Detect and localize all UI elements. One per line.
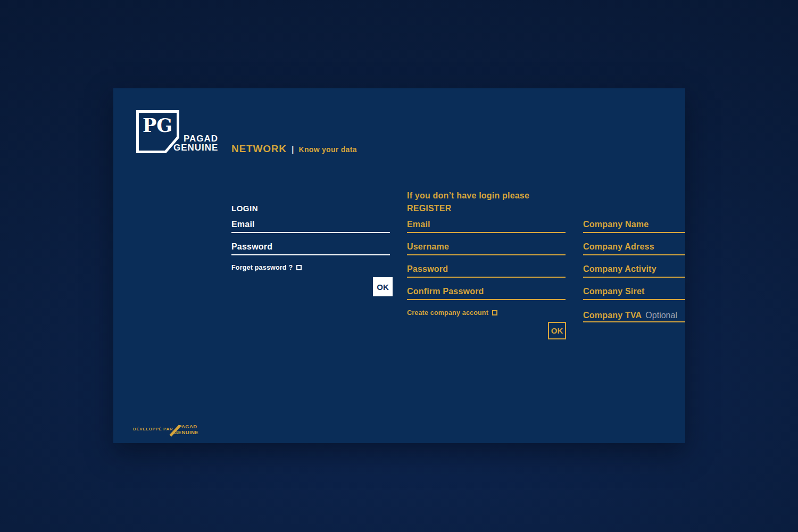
login-email-input[interactable] bbox=[231, 219, 390, 233]
register-email-field[interactable] bbox=[407, 219, 566, 233]
tagline: Know your data bbox=[299, 145, 357, 154]
login-password-input[interactable] bbox=[231, 242, 390, 255]
company-address-field[interactable] bbox=[583, 242, 685, 255]
forgot-password-row: Forget password ? bbox=[231, 264, 302, 271]
network-title: NETWORK bbox=[231, 143, 287, 155]
register-password-field[interactable] bbox=[407, 264, 566, 278]
register-username-field[interactable] bbox=[407, 242, 566, 255]
brand-logo: PG PAGAD GENUINE bbox=[136, 110, 243, 153]
login-heading: LOGIN bbox=[231, 204, 258, 213]
company-siret-field[interactable] bbox=[583, 286, 685, 300]
company-account-row: Create company account bbox=[407, 309, 497, 317]
company-siret-input[interactable] bbox=[583, 286, 685, 300]
forgot-password-checkbox[interactable] bbox=[296, 265, 302, 270]
login-panel: PG PAGAD GENUINE NETWORK | Know your dat… bbox=[113, 88, 685, 443]
login-ok-button[interactable]: OK bbox=[373, 277, 393, 296]
developed-by-footer: DÉVELOPPÉ PAR PAGAD GENUINE bbox=[133, 423, 239, 439]
developed-by-label: DÉVELOPPÉ PAR bbox=[133, 427, 173, 431]
pg-monogram-icon: PG bbox=[136, 110, 179, 153]
page-title: NETWORK | Know your data bbox=[231, 143, 357, 155]
company-activity-field[interactable] bbox=[583, 264, 685, 278]
title-divider: | bbox=[292, 144, 294, 155]
register-username-input[interactable] bbox=[407, 242, 566, 255]
company-name-input[interactable] bbox=[583, 219, 685, 233]
register-intro: If you don’t have login please REGISTER bbox=[407, 189, 529, 215]
footer-brand-line2: GENUINE bbox=[174, 430, 198, 435]
company-address-input[interactable] bbox=[583, 242, 685, 255]
logo-monogram-text: PG bbox=[143, 114, 172, 136]
company-name-field[interactable] bbox=[583, 219, 685, 233]
company-tva-label: Company TVA bbox=[583, 311, 642, 320]
company-account-checkbox[interactable] bbox=[492, 310, 497, 315]
register-password-input[interactable] bbox=[407, 264, 566, 278]
login-email-field[interactable] bbox=[231, 219, 390, 233]
forgot-password-label: Forget password ? bbox=[231, 264, 293, 271]
register-intro-line1: If you don’t have login please bbox=[407, 189, 529, 202]
company-tva-optional-hint: Optional bbox=[645, 311, 677, 320]
company-tva-field[interactable]: Company TVA Optional bbox=[583, 309, 685, 322]
login-password-field[interactable] bbox=[231, 242, 390, 255]
company-account-label: Create company account bbox=[407, 309, 488, 317]
brand-name-line1: PAGAD bbox=[184, 134, 218, 143]
footer-brand-line1: PAGAD bbox=[178, 424, 197, 429]
company-activity-input[interactable] bbox=[583, 264, 685, 278]
register-email-input[interactable] bbox=[407, 219, 566, 233]
brand-name-line2: GENUINE bbox=[173, 143, 218, 152]
register-intro-line2: REGISTER bbox=[407, 202, 529, 215]
register-ok-button[interactable]: OK bbox=[548, 322, 566, 339]
register-confirm-password-input[interactable] bbox=[407, 286, 566, 300]
register-confirm-password-field[interactable] bbox=[407, 286, 566, 300]
